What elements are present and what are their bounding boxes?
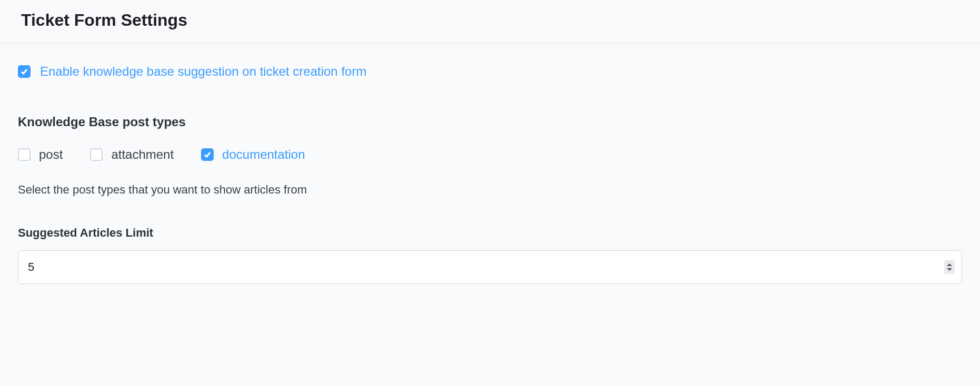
- post-types-heading: Knowledge Base post types: [18, 115, 962, 129]
- settings-content: Enable knowledge base suggestion on tick…: [0, 43, 980, 305]
- post-type-attachment: attachment: [90, 147, 174, 162]
- enable-kb-label[interactable]: Enable knowledge base suggestion on tick…: [40, 64, 366, 79]
- post-type-post-label[interactable]: post: [39, 147, 63, 162]
- checkmark-icon: [20, 67, 28, 76]
- checkmark-icon: [203, 150, 212, 159]
- post-type-post-checkbox[interactable]: [18, 148, 31, 161]
- post-type-documentation-label[interactable]: documentation: [222, 147, 305, 162]
- enable-kb-checkbox[interactable]: [18, 65, 31, 78]
- post-type-attachment-label[interactable]: attachment: [111, 147, 174, 162]
- page-title: Ticket Form Settings: [21, 11, 959, 30]
- post-type-post: post: [18, 147, 63, 162]
- suggested-limit-wrapper: 5: [18, 250, 962, 284]
- post-type-documentation-checkbox[interactable]: [201, 148, 214, 161]
- post-type-documentation: documentation: [201, 147, 305, 162]
- page-header: Ticket Form Settings: [0, 0, 980, 43]
- enable-kb-row: Enable knowledge base suggestion on tick…: [18, 64, 962, 79]
- post-type-attachment-checkbox[interactable]: [90, 148, 103, 161]
- suggested-limit-select[interactable]: 5: [18, 250, 962, 284]
- suggested-limit-label: Suggested Articles Limit: [18, 226, 962, 240]
- post-types-help: Select the post types that you want to s…: [18, 183, 962, 197]
- post-types-row: post attachment documentation: [18, 147, 962, 162]
